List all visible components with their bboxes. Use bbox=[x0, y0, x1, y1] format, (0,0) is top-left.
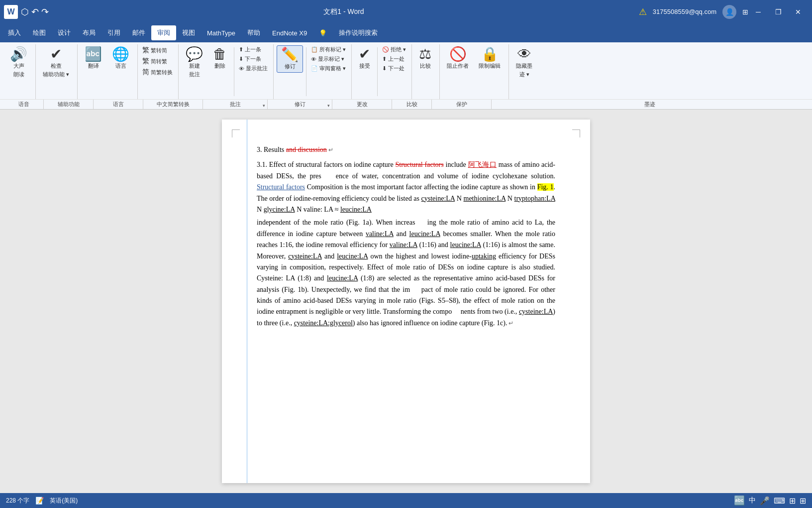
ribbon-group-compare-buttons: ⚖ 比较 bbox=[415, 45, 435, 98]
menu-layout[interactable]: 布局 bbox=[77, 25, 102, 40]
ratio1: (1:16) and bbox=[417, 241, 450, 249]
menu-design[interactable]: 设计 bbox=[52, 25, 77, 40]
menu-draw[interactable]: 绘图 bbox=[27, 25, 52, 40]
menu-view[interactable]: 视图 bbox=[176, 25, 201, 40]
user-avatar[interactable]: 👤 bbox=[722, 5, 736, 19]
new-comment-btn[interactable]: 💬 新建 批注 bbox=[182, 45, 207, 80]
prev-comment-btn[interactable]: ⬆上一条 bbox=[237, 45, 269, 54]
menu-references[interactable]: 引用 bbox=[102, 25, 126, 40]
all-markup-btn[interactable]: 📋所有标记 ▾ bbox=[309, 45, 347, 54]
menu-insert[interactable]: 插入 bbox=[2, 25, 27, 40]
hide-ink-btn[interactable]: 👁 隐藏墨 迹 ▾ bbox=[512, 45, 536, 80]
restrict-edit-btn[interactable]: 🔒 限制编辑 bbox=[475, 45, 505, 72]
block-icon: 🚫 bbox=[449, 47, 467, 61]
track-changes-btn[interactable]: ✏️ 修订 bbox=[277, 45, 303, 73]
translate-label: 翻译 bbox=[88, 62, 99, 70]
access-label: 辅助功能 ▾ bbox=[43, 71, 69, 78]
ribbon-display-btn[interactable]: ⊞ bbox=[742, 8, 748, 16]
label-protect: 保护 bbox=[432, 100, 492, 109]
menu-search-icon[interactable]: 💡 bbox=[313, 25, 333, 40]
statusbar: 228 个字 📝 英语(美国) 🔤 中 🎤 ⌨ ⊞ ⊞ bbox=[0, 493, 812, 508]
cysteine-1: cysteine:LA bbox=[421, 195, 455, 202]
translate-btn[interactable]: 🔤 翻译 bbox=[81, 45, 106, 72]
leucine-2: leucine:LA bbox=[409, 230, 440, 238]
prev-label: 上一条 bbox=[245, 46, 261, 53]
hide-ink-label: 隐藏墨 bbox=[516, 62, 532, 70]
show-markup-btn[interactable]: 👁显示标记 ▾ bbox=[309, 55, 347, 63]
structural-link[interactable]: Structural factors bbox=[257, 183, 305, 191]
next-label: 下一条 bbox=[245, 55, 261, 63]
menu-mail[interactable]: 邮件 bbox=[126, 25, 151, 40]
ribbon-group-ink: 👁 隐藏墨 迹 ▾ bbox=[510, 44, 540, 99]
dots-icon[interactable]: ⊞ bbox=[800, 496, 806, 506]
chinese-input-icon[interactable]: 中 bbox=[749, 496, 756, 505]
block-label: 阻止作者 bbox=[447, 62, 469, 70]
menu-endnote[interactable]: EndNote X9 bbox=[266, 25, 313, 40]
review-pane-btn[interactable]: 📄审阅窗格 ▾ bbox=[309, 64, 347, 73]
label-ink: 墨迹 bbox=[492, 100, 808, 109]
jianti-btn[interactable]: 繁简转繁 bbox=[141, 56, 174, 66]
close-button[interactable]: ✕ bbox=[788, 0, 808, 23]
n4: N valine: LA ≈ bbox=[295, 206, 340, 213]
ribbon-group-accessibility-buttons: ✔ 检查 辅助功能 ▾ bbox=[39, 45, 73, 98]
menu-mathtype[interactable]: MathType bbox=[201, 25, 241, 40]
jianti-icon: 繁 bbox=[142, 57, 149, 66]
language-status[interactable]: 英语(美国) bbox=[50, 497, 78, 505]
ribbon-group-compare: ⚖ 比较 bbox=[413, 44, 440, 99]
convert-label: 简繁转换 bbox=[151, 69, 173, 76]
block-author-btn[interactable]: 🚫 阻止作者 bbox=[443, 45, 473, 72]
show-icon: 👁 bbox=[239, 66, 244, 72]
language-btn[interactable]: 🌐 语言 bbox=[108, 45, 133, 72]
next-change-btn[interactable]: ⬇下一处 bbox=[381, 64, 407, 73]
struck-text: and discussion bbox=[286, 146, 327, 153]
check-access-btn[interactable]: ✔ 检查 辅助功能 ▾ bbox=[39, 45, 73, 80]
convert-btn[interactable]: 简简繁转换 bbox=[141, 67, 174, 77]
fanti-btn[interactable]: 繁繁转简 bbox=[141, 45, 174, 55]
ribbon-group-protect: 🚫 阻止作者 🔒 限制编辑 bbox=[441, 44, 509, 99]
review-icon: 📄 bbox=[311, 65, 318, 72]
document-area: 3. Results and discussion ↵ 3.1. Effect … bbox=[0, 110, 812, 493]
review-label: 审阅窗格 ▾ bbox=[319, 65, 346, 72]
ribbon-group-ink-buttons: 👁 隐藏墨 迹 ▾ bbox=[512, 45, 536, 98]
pilcrow2: ↵ bbox=[507, 320, 513, 327]
jianti-label: 简转繁 bbox=[151, 58, 167, 65]
minimize-button[interactable]: ─ bbox=[748, 0, 768, 23]
show-markup-label: 显示标记 ▾ bbox=[318, 55, 344, 63]
user-email[interactable]: 3175508559@qq.com bbox=[653, 8, 716, 15]
delete-comment-btn[interactable]: 🗑 删除 bbox=[209, 45, 231, 72]
accept-btn[interactable]: ✔ 接受 bbox=[355, 45, 374, 72]
keyboard-icon[interactable]: ⌨ bbox=[774, 496, 785, 506]
ribbon-group-convert-buttons: 繁繁转简 繁简转繁 简简繁转换 bbox=[141, 45, 174, 98]
ribbon: 🔊 大声 朗读 ✔ 检查 辅助功能 ▾ 🔤 翻译 bbox=[0, 42, 812, 110]
mic-icon[interactable]: 🎤 bbox=[760, 496, 770, 506]
menu-review[interactable]: 审阅 bbox=[151, 25, 176, 40]
markup-label: 所有标记 ▾ bbox=[319, 46, 346, 53]
edit-icon[interactable]: 📝 bbox=[35, 497, 44, 505]
label-access: 辅助功能 bbox=[44, 100, 94, 109]
show-comments-btn[interactable]: 👁显示批注 bbox=[237, 64, 269, 73]
label-comments: 批注▾ bbox=[203, 100, 268, 109]
show-markup-icon: 👁 bbox=[311, 56, 316, 62]
word-count: 228 个字 bbox=[6, 497, 29, 505]
grid-icon[interactable]: ⊞ bbox=[789, 496, 796, 506]
divider3 bbox=[377, 47, 378, 96]
menu-help[interactable]: 帮助 bbox=[241, 25, 266, 40]
own-text: own the highest and lowest iodine- bbox=[368, 253, 471, 260]
reject-btn[interactable]: 🚫拒绝 ▾ bbox=[381, 45, 407, 54]
compare-btn[interactable]: ⚖ 比较 bbox=[415, 45, 435, 72]
convert-section: 繁繁转简 繁简转繁 简简繁转换 bbox=[141, 45, 174, 77]
prev-change-btn[interactable]: ⬆上一处 bbox=[381, 55, 407, 63]
sogou-icon[interactable]: 🔤 bbox=[734, 495, 745, 506]
menu-search[interactable]: 操作说明搜索 bbox=[333, 25, 384, 40]
restore-button[interactable]: ❐ bbox=[768, 0, 788, 23]
glycine: glycine:LA bbox=[264, 206, 295, 213]
check-label: 检查 bbox=[51, 62, 62, 70]
ribbon-group-language-buttons: 🔤 翻译 🌐 语言 bbox=[81, 45, 133, 98]
app-logo: W bbox=[4, 5, 18, 19]
titlebar-title: 文档1 - Word bbox=[49, 7, 639, 16]
status-left: 228 个字 📝 英语(美国) bbox=[6, 497, 78, 505]
nav-comments: ⬆上一条 ⬇下一条 👁显示批注 bbox=[237, 45, 269, 73]
methionine: methionine:LA bbox=[464, 195, 506, 202]
dascheng-btn[interactable]: 🔊 大声 朗读 bbox=[6, 45, 31, 80]
next-comment-btn[interactable]: ⬇下一条 bbox=[237, 55, 269, 63]
